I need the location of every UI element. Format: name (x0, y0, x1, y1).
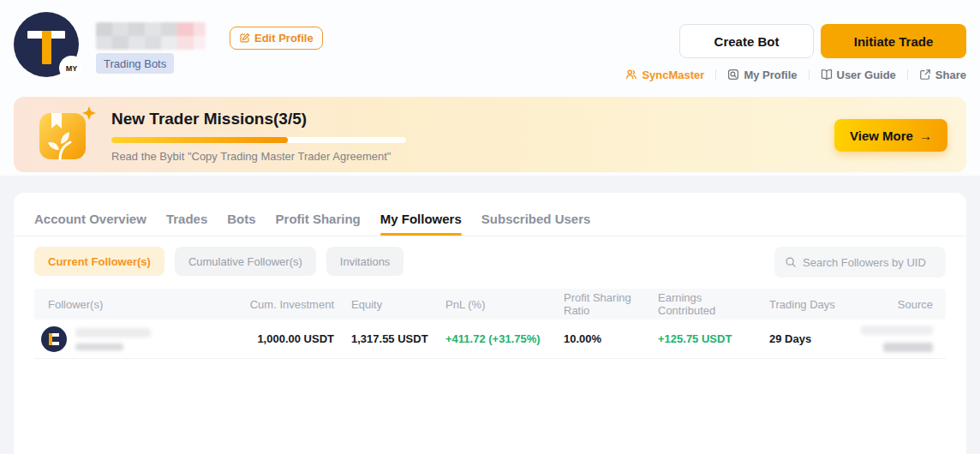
edit-icon (239, 33, 250, 44)
blurred-follower-name (75, 328, 151, 350)
avatar-country-badge: MY (61, 57, 82, 79)
subtab-invitations[interactable]: Invitations (326, 247, 404, 276)
sync-master-link[interactable]: SyncMaster (625, 69, 704, 81)
my-profile-link[interactable]: My Profile (727, 69, 797, 81)
share-icon (919, 69, 931, 81)
subtab-current-followers[interactable]: Current Follower(s) (34, 247, 164, 276)
follower-avatar (41, 326, 67, 352)
followers-card: Account Overview Trades Bots Profit Shar… (14, 193, 966, 454)
tab-my-followers[interactable]: My Followers (380, 212, 462, 236)
trader-avatar: MY (14, 12, 79, 77)
col-source: Source (855, 298, 946, 311)
col-profit-sharing-ratio: Profit Sharing Ratio (564, 291, 651, 317)
subtab-cumulative-followers[interactable]: Cumulative Follower(s) (175, 247, 316, 276)
profit-sharing-ratio-value: 10.00% (564, 332, 651, 345)
mission-progress-fill (111, 137, 288, 143)
col-pnl: PnL (%) (445, 298, 557, 311)
user-guide-link[interactable]: User Guide (821, 69, 896, 81)
col-equity: Equity (351, 298, 437, 311)
view-more-button[interactable]: View More → (834, 119, 947, 152)
book-icon (821, 69, 833, 81)
tab-bots[interactable]: Bots (227, 212, 255, 236)
cum-investment-value: 1,000.00 USDT (227, 332, 334, 345)
trading-bots-tag: Trading Bots (96, 53, 174, 74)
search-followers-input[interactable] (803, 256, 935, 269)
main-tabs: Account Overview Trades Bots Profit Shar… (14, 193, 966, 236)
tab-account-overview[interactable]: Account Overview (34, 212, 146, 236)
follower-cell (34, 326, 227, 352)
share-link[interactable]: Share (919, 69, 966, 81)
missions-subtitle: Read the Bybit "Copy Trading Master Trad… (111, 150, 391, 163)
create-bot-button[interactable]: Create Bot (679, 24, 814, 58)
blurred-display-name (96, 22, 206, 50)
follower-subtabs: Current Follower(s) Cumulative Follower(… (34, 247, 403, 276)
arrow-right-icon: → (919, 128, 932, 143)
blurred-source (855, 326, 933, 352)
source-cell (855, 326, 946, 352)
search-icon (785, 256, 797, 268)
people-icon (625, 69, 637, 81)
tab-trades[interactable]: Trades (166, 212, 207, 236)
pnl-value: +411.72 (+31.75%) (445, 332, 557, 345)
earnings-contributed-value: +125.75 USDT (658, 332, 762, 345)
followers-table-header: Follower(s) Cum. Investment Equity PnL (… (34, 289, 946, 320)
col-cum-investment: Cum. Investment (227, 298, 334, 311)
initiate-trade-button[interactable]: Initiate Trade (821, 24, 966, 58)
follower-table-row: 1,000.00 USDT 1,317.55 USDT +411.72 (+31… (34, 320, 946, 359)
col-trading-days: Trading Days (769, 298, 855, 311)
search-followers-box[interactable] (774, 247, 946, 278)
trading-days-value: 29 Days (769, 332, 855, 345)
missions-book-icon (34, 105, 98, 164)
tab-subscribed-users[interactable]: Subscribed Users (481, 212, 591, 236)
new-trader-missions-banner: New Trader Missions(3/5) Read the Bybit … (14, 97, 966, 172)
col-earnings-contributed: Earnings Contributed (658, 291, 762, 317)
equity-value: 1,317.55 USDT (351, 332, 437, 345)
profile-preview-icon (727, 69, 739, 81)
missions-progress-bar (111, 137, 406, 143)
header-links: SyncMaster My Profile User Guide (625, 66, 966, 83)
missions-title: New Trader Missions(3/5) (111, 110, 307, 128)
col-followers: Follower(s) (34, 298, 227, 311)
edit-profile-button[interactable]: Edit Profile (230, 27, 323, 50)
tab-profit-sharing[interactable]: Profit Sharing (276, 212, 361, 236)
